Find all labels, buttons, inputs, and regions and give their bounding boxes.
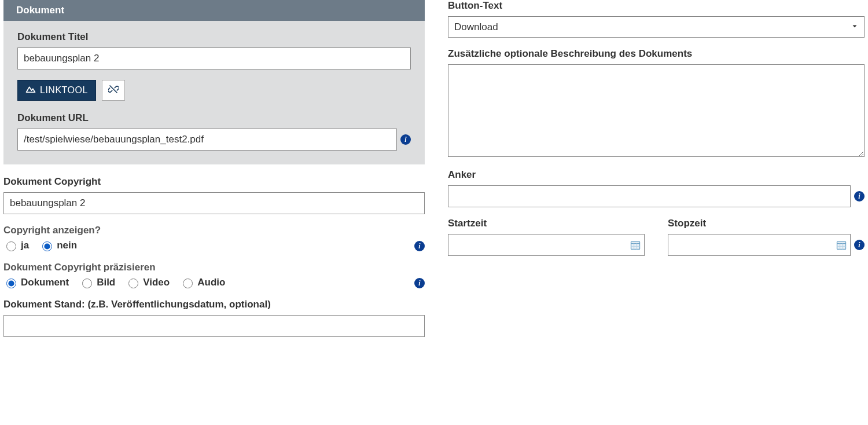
copyright-show-label: Copyright anzeigen? (3, 225, 101, 236)
precise-img[interactable]: Bild (79, 277, 115, 288)
panel-header: Dokument (3, 0, 425, 21)
info-icon[interactable]: i (414, 278, 425, 288)
description-label: Zusätzliche optionale Beschreibung des D… (448, 48, 865, 60)
stop-label: Stopzeit (668, 218, 865, 229)
doc-title-label: Dokument Titel (17, 31, 411, 43)
copyright-label: Dokument Copyright (3, 176, 425, 188)
linktool-label: LINKTOOL (40, 85, 88, 96)
copyright-precise-label: Dokument Copyright präzisieren (3, 262, 225, 273)
copyright-show-no[interactable]: nein (39, 240, 77, 251)
doc-url-label: Dokument URL (17, 112, 411, 124)
calendar-icon[interactable] (630, 239, 641, 251)
precise-vid[interactable]: Video (126, 277, 170, 288)
description-textarea[interactable] (448, 64, 865, 157)
svg-rect-1 (631, 241, 640, 249)
info-icon[interactable]: i (854, 191, 865, 201)
stand-label: Dokument Stand: (z.B. Veröffentlichungsd… (3, 299, 425, 310)
stop-input[interactable] (668, 234, 851, 256)
info-icon[interactable]: i (854, 240, 865, 250)
info-icon[interactable]: i (414, 241, 425, 251)
copyright-show-yes[interactable]: ja (3, 240, 29, 251)
button-text-label: Button-Text (448, 0, 865, 12)
precise-aud[interactable]: Audio (180, 277, 225, 288)
svg-rect-6 (837, 241, 846, 249)
info-icon[interactable]: i (400, 134, 411, 145)
doc-url-input[interactable] (17, 129, 397, 151)
calendar-icon[interactable] (836, 239, 847, 251)
start-label: Startzeit (448, 218, 645, 229)
stand-input[interactable] (3, 315, 425, 337)
anchor-label: Anker (448, 169, 865, 181)
anchor-input[interactable] (448, 185, 851, 207)
linktool-button[interactable]: LINKTOOL (17, 80, 96, 101)
button-text-select[interactable]: Download (448, 16, 865, 38)
start-input[interactable] (448, 234, 645, 256)
dokument-panel: Dokument Dokument Titel LINKTOOL (3, 0, 425, 164)
mountain-icon (25, 85, 36, 96)
copyright-input[interactable] (3, 192, 425, 214)
unlink-button[interactable] (102, 80, 125, 101)
unlink-icon (108, 84, 119, 97)
doc-title-input[interactable] (17, 47, 411, 69)
precise-doc[interactable]: Dokument (3, 277, 69, 288)
